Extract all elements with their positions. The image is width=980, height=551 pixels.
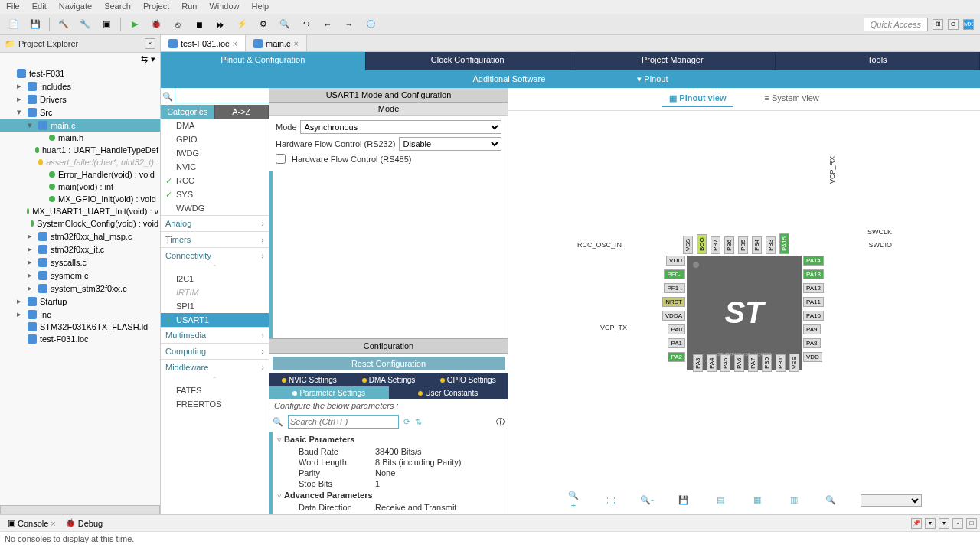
pin-pa10[interactable]: PA10	[803, 311, 824, 321]
config-tabbar[interactable]: Pinout & ConfigurationClock Configuratio…	[161, 52, 980, 70]
search-pin-icon[interactable]: 🔍	[824, 495, 838, 505]
category-search-input[interactable]	[175, 90, 285, 103]
save-icon[interactable]: 💾	[28, 17, 43, 32]
pinout-toggle[interactable]: ▾ Pinout	[637, 74, 668, 84]
menu-run[interactable]: Run	[181, 2, 197, 12]
tab-console[interactable]: ▣ Console ×	[3, 517, 60, 530]
tree-item[interactable]: main.h	[0, 132, 160, 144]
perspective-mx-icon[interactable]: MX	[963, 19, 974, 30]
pin-pb6[interactable]: PB6	[724, 236, 734, 253]
menu-help[interactable]: Help	[252, 2, 270, 12]
tree-item[interactable]: ▸Startup	[0, 295, 160, 308]
pin-pb4[interactable]: PB4	[752, 236, 762, 253]
tree-item[interactable]: MX_USART1_UART_Init(void) : v	[0, 205, 160, 217]
collapse-icon[interactable]: ▾	[151, 54, 155, 64]
pin-pb5[interactable]: PB5	[738, 236, 748, 253]
pin-vdd[interactable]: VDD	[666, 256, 685, 266]
grid-icon[interactable]: ▦	[750, 495, 764, 505]
h-scrollbar[interactable]	[0, 505, 160, 514]
category-item[interactable]: IRTIM	[161, 285, 269, 299]
category-item[interactable]: RCC	[161, 174, 269, 187]
pin-pa3[interactable]: PA3	[693, 354, 703, 372]
pin-pa4[interactable]: PA4	[707, 354, 717, 372]
pin-pa5[interactable]: PA5	[720, 354, 730, 372]
wrench-icon[interactable]: 🔧	[77, 17, 93, 32]
param-group[interactable]: Basic Parameters	[277, 433, 503, 446]
param-group[interactable]: Advanced Parameters	[277, 489, 503, 502]
menu-navigate[interactable]: Navigate	[59, 2, 92, 12]
external-icon[interactable]: ⎋	[170, 17, 185, 32]
info-icon[interactable]: ⓘ	[496, 416, 505, 428]
tab-debug[interactable]: 🐞 Debug	[60, 517, 107, 530]
pin-pa9[interactable]: PA9	[803, 324, 821, 334]
category-list[interactable]: DMAGPIOIWDGNVICRCCSYSWWDGAnalog›Timers›C…	[161, 119, 269, 514]
category-item[interactable]: I2C1	[161, 272, 269, 285]
category-item[interactable]: FREERTOS	[161, 397, 269, 411]
category-item[interactable]: WWDG	[161, 201, 269, 215]
tab-az[interactable]: A->Z	[215, 105, 270, 119]
new-console-icon[interactable]: ▾	[939, 518, 949, 529]
tree-item[interactable]: STM32F031K6TX_FLASH.ld	[0, 321, 160, 333]
pin-pf1[interactable]: PF1-.	[664, 283, 685, 293]
layers-icon[interactable]: ▤	[714, 495, 727, 505]
more-icon[interactable]: ⚡	[234, 17, 250, 32]
category-section[interactable]: Timers›	[161, 231, 269, 247]
settings-tabs-row1[interactable]: NVIC SettingsDMA SettingsGPIO Settings	[270, 373, 508, 386]
pin-vss-t[interactable]: VSS	[683, 235, 693, 253]
display-icon[interactable]: ▾	[925, 518, 936, 529]
tree-item[interactable]: assert_failed(char*, uint32_t) :	[0, 156, 160, 168]
zoom-in-icon[interactable]: 🔍+	[567, 491, 580, 510]
hwflow-select[interactable]: Disable	[399, 137, 502, 151]
pin-pa15[interactable]: PA15	[779, 233, 789, 254]
gear-icon[interactable]: ⚙	[256, 17, 271, 32]
tab-categories[interactable]: Categories	[161, 105, 215, 119]
tree-item[interactable]: ▸syscalls.c	[0, 256, 160, 269]
config-tab[interactable]: Project Manager	[570, 52, 776, 70]
stop-icon[interactable]: ⏹	[191, 17, 207, 32]
search-icon[interactable]: 🔍	[277, 17, 292, 32]
tree-item[interactable]: SystemClock_Config(void) : void	[0, 217, 160, 230]
refresh-icon[interactable]: ⟳	[403, 417, 410, 427]
category-item[interactable]: NVIC	[161, 160, 269, 174]
pin-pf0[interactable]: PF0-.	[664, 269, 685, 279]
category-section[interactable]: Middleware›	[161, 359, 269, 375]
param-row[interactable]: Stop Bits1	[277, 478, 503, 489]
reset-config-button[interactable]: Reset Configuration	[273, 357, 505, 370]
param-search-input[interactable]	[288, 415, 399, 429]
perspective-open-icon[interactable]: ⊞	[933, 19, 943, 30]
config-tab[interactable]: Tools	[776, 52, 981, 70]
config-tab[interactable]: Pinout & Configuration	[161, 52, 366, 70]
menu-file[interactable]: File	[6, 2, 20, 12]
pin-vss-b[interactable]: VSS	[789, 353, 799, 371]
pin-pa11[interactable]: PA11	[803, 297, 824, 307]
link-icon[interactable]: ⇆	[141, 54, 148, 64]
tab-system-view[interactable]: ≡ System view	[756, 91, 826, 107]
settings-tab[interactable]: DMA Settings	[349, 373, 429, 386]
run-icon[interactable]: ▶	[127, 17, 142, 32]
settings-tabs-row2[interactable]: Parameter SettingsUser Constants	[270, 386, 508, 399]
pin-console-icon[interactable]: 📌	[911, 518, 922, 529]
pin-pb7[interactable]: PB7	[710, 236, 720, 253]
category-item[interactable]: FATFS	[161, 383, 269, 397]
tree-item[interactable]: ▸system_stm32f0xx.c	[0, 282, 160, 295]
tree-item[interactable]: ▸sysmem.c	[0, 269, 160, 282]
debug-icon[interactable]: 🐞	[149, 17, 164, 32]
pin-pa7[interactable]: PA7	[748, 354, 758, 372]
pin-pa2[interactable]: PA2	[668, 352, 685, 362]
settings-tab[interactable]: NVIC Settings	[270, 373, 349, 386]
tree-item[interactable]: MX_GPIO_Init(void) : void	[0, 193, 160, 205]
settings-tab[interactable]: GPIO Settings	[428, 373, 508, 386]
pin-pa6[interactable]: PA6	[734, 354, 744, 372]
new-icon[interactable]: 📄	[6, 17, 21, 32]
back-icon[interactable]: ←	[320, 17, 335, 32]
additional-software-link[interactable]: Additional Software	[472, 74, 545, 83]
pin-pa8[interactable]: PA8	[803, 338, 821, 348]
editor-tabbar[interactable]: test-F031.ioc ×main.c ×	[161, 35, 980, 52]
param-row[interactable]: Baud Rate38400 Bits/s	[277, 446, 503, 457]
category-item[interactable]: IWDG	[161, 146, 269, 160]
category-section[interactable]: Multimedia›	[161, 327, 269, 343]
pin-boo[interactable]: BOO	[697, 234, 707, 254]
skip-icon[interactable]: ⏭	[213, 17, 228, 32]
tab-pinout-view[interactable]: ▦ Pinout view	[662, 91, 733, 107]
fit-icon[interactable]: ⛶	[603, 496, 617, 505]
